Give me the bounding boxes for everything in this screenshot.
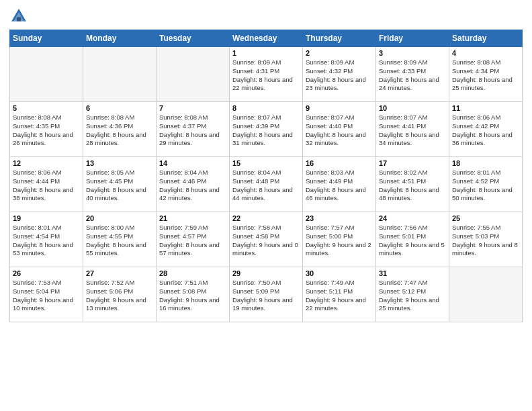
- day-cell: 16Sunrise: 8:03 AM Sunset: 4:49 PM Dayli…: [303, 157, 376, 212]
- day-cell: 2Sunrise: 8:09 AM Sunset: 4:32 PM Daylig…: [303, 47, 376, 102]
- day-info: Sunrise: 8:06 AM Sunset: 4:44 PM Dayligh…: [13, 169, 80, 203]
- day-cell: 30Sunrise: 7:49 AM Sunset: 5:11 PM Dayli…: [303, 267, 376, 322]
- day-number: 14: [159, 159, 226, 167]
- day-info: Sunrise: 8:04 AM Sunset: 4:48 PM Dayligh…: [232, 169, 300, 203]
- day-cell: 28Sunrise: 7:51 AM Sunset: 5:08 PM Dayli…: [157, 267, 230, 322]
- day-cell: 9Sunrise: 8:07 AM Sunset: 4:40 PM Daylig…: [303, 102, 376, 157]
- day-number: 22: [232, 214, 300, 222]
- day-cell: 13Sunrise: 8:05 AM Sunset: 4:45 PM Dayli…: [83, 157, 157, 212]
- weekday-header-monday: Monday: [83, 30, 157, 47]
- calendar: SundayMondayTuesdayWednesdayThursdayFrid…: [9, 30, 523, 322]
- day-info: Sunrise: 8:08 AM Sunset: 4:35 PM Dayligh…: [13, 113, 80, 148]
- day-number: 15: [232, 159, 300, 167]
- weekday-header-row: SundayMondayTuesdayWednesdayThursdayFrid…: [10, 30, 523, 47]
- day-number: 21: [159, 214, 226, 222]
- day-info: Sunrise: 8:01 AM Sunset: 4:52 PM Dayligh…: [452, 169, 519, 203]
- week-row-3: 12Sunrise: 8:06 AM Sunset: 4:44 PM Dayli…: [10, 157, 523, 212]
- day-info: Sunrise: 7:53 AM Sunset: 5:04 PM Dayligh…: [13, 279, 80, 313]
- day-info: Sunrise: 7:57 AM Sunset: 5:00 PM Dayligh…: [306, 224, 373, 258]
- day-cell: 15Sunrise: 8:04 AM Sunset: 4:48 PM Dayli…: [230, 157, 303, 212]
- day-info: Sunrise: 8:01 AM Sunset: 4:54 PM Dayligh…: [13, 224, 80, 258]
- day-info: Sunrise: 7:49 AM Sunset: 5:11 PM Dayligh…: [306, 279, 373, 313]
- day-cell: 8Sunrise: 8:07 AM Sunset: 4:39 PM Daylig…: [230, 102, 303, 157]
- day-number: 31: [379, 269, 446, 277]
- day-number: 4: [452, 49, 519, 57]
- day-number: 19: [13, 214, 80, 222]
- day-cell: [449, 267, 523, 322]
- day-cell: 7Sunrise: 8:08 AM Sunset: 4:37 PM Daylig…: [157, 102, 230, 157]
- day-info: Sunrise: 8:08 AM Sunset: 4:37 PM Dayligh…: [159, 113, 226, 148]
- day-info: Sunrise: 8:02 AM Sunset: 4:51 PM Dayligh…: [379, 169, 446, 203]
- day-number: 7: [159, 104, 226, 112]
- day-cell: [157, 47, 230, 102]
- day-cell: 3Sunrise: 8:09 AM Sunset: 4:33 PM Daylig…: [376, 47, 449, 102]
- day-info: Sunrise: 8:03 AM Sunset: 4:49 PM Dayligh…: [306, 169, 373, 203]
- day-cell: 29Sunrise: 7:50 AM Sunset: 5:09 PM Dayli…: [230, 267, 303, 322]
- day-info: Sunrise: 7:52 AM Sunset: 5:06 PM Dayligh…: [86, 279, 153, 313]
- day-number: 18: [452, 159, 519, 167]
- day-number: 28: [159, 269, 226, 277]
- day-number: 2: [306, 49, 373, 57]
- weekday-header-saturday: Saturday: [449, 30, 523, 47]
- day-cell: 23Sunrise: 7:57 AM Sunset: 5:00 PM Dayli…: [303, 212, 376, 267]
- day-number: 9: [306, 104, 373, 112]
- day-info: Sunrise: 8:08 AM Sunset: 4:36 PM Dayligh…: [86, 113, 153, 148]
- day-info: Sunrise: 7:50 AM Sunset: 5:09 PM Dayligh…: [232, 279, 300, 313]
- day-cell: 17Sunrise: 8:02 AM Sunset: 4:51 PM Dayli…: [376, 157, 449, 212]
- logo-icon: [9, 7, 28, 26]
- day-number: 25: [452, 214, 519, 222]
- day-number: 6: [86, 104, 153, 112]
- day-cell: 5Sunrise: 8:08 AM Sunset: 4:35 PM Daylig…: [10, 102, 83, 157]
- day-info: Sunrise: 8:09 AM Sunset: 4:32 PM Dayligh…: [306, 58, 373, 93]
- day-info: Sunrise: 8:07 AM Sunset: 4:40 PM Dayligh…: [306, 113, 373, 148]
- day-cell: [83, 47, 157, 102]
- day-number: 12: [13, 159, 80, 167]
- week-row-1: 1Sunrise: 8:09 AM Sunset: 4:31 PM Daylig…: [10, 47, 523, 102]
- day-cell: 22Sunrise: 7:58 AM Sunset: 4:58 PM Dayli…: [230, 212, 303, 267]
- day-info: Sunrise: 8:05 AM Sunset: 4:45 PM Dayligh…: [86, 169, 153, 203]
- day-info: Sunrise: 7:58 AM Sunset: 4:58 PM Dayligh…: [232, 224, 300, 258]
- weekday-header-wednesday: Wednesday: [230, 30, 303, 47]
- day-cell: 27Sunrise: 7:52 AM Sunset: 5:06 PM Dayli…: [83, 267, 157, 322]
- day-number: 27: [86, 269, 153, 277]
- weekday-header-thursday: Thursday: [303, 30, 376, 47]
- day-number: 16: [306, 159, 373, 167]
- day-number: 20: [86, 214, 153, 222]
- day-cell: 18Sunrise: 8:01 AM Sunset: 4:52 PM Dayli…: [449, 157, 523, 212]
- day-info: Sunrise: 8:09 AM Sunset: 4:31 PM Dayligh…: [232, 58, 300, 93]
- logo: [9, 7, 31, 26]
- week-row-2: 5Sunrise: 8:08 AM Sunset: 4:35 PM Daylig…: [10, 102, 523, 157]
- day-number: 5: [13, 104, 80, 112]
- svg-rect-2: [17, 17, 21, 21]
- day-info: Sunrise: 8:06 AM Sunset: 4:42 PM Dayligh…: [452, 113, 519, 148]
- week-row-4: 19Sunrise: 8:01 AM Sunset: 4:54 PM Dayli…: [10, 212, 523, 267]
- day-cell: 1Sunrise: 8:09 AM Sunset: 4:31 PM Daylig…: [230, 47, 303, 102]
- day-number: 30: [306, 269, 373, 277]
- day-number: 26: [13, 269, 80, 277]
- day-number: 11: [452, 104, 519, 112]
- day-number: 10: [379, 104, 446, 112]
- day-cell: 31Sunrise: 7:47 AM Sunset: 5:12 PM Dayli…: [376, 267, 449, 322]
- day-cell: 24Sunrise: 7:56 AM Sunset: 5:01 PM Dayli…: [376, 212, 449, 267]
- day-cell: 12Sunrise: 8:06 AM Sunset: 4:44 PM Dayli…: [10, 157, 83, 212]
- day-cell: 10Sunrise: 8:07 AM Sunset: 4:41 PM Dayli…: [376, 102, 449, 157]
- weekday-header-tuesday: Tuesday: [157, 30, 230, 47]
- day-info: Sunrise: 8:00 AM Sunset: 4:55 PM Dayligh…: [86, 224, 153, 258]
- day-cell: 4Sunrise: 8:08 AM Sunset: 4:34 PM Daylig…: [449, 47, 523, 102]
- weekday-header-friday: Friday: [376, 30, 449, 47]
- day-number: 1: [232, 49, 300, 57]
- day-cell: 19Sunrise: 8:01 AM Sunset: 4:54 PM Dayli…: [10, 212, 83, 267]
- day-info: Sunrise: 8:08 AM Sunset: 4:34 PM Dayligh…: [452, 58, 519, 93]
- day-cell: 26Sunrise: 7:53 AM Sunset: 5:04 PM Dayli…: [10, 267, 83, 322]
- week-row-5: 26Sunrise: 7:53 AM Sunset: 5:04 PM Dayli…: [10, 267, 523, 322]
- day-cell: 11Sunrise: 8:06 AM Sunset: 4:42 PM Dayli…: [449, 102, 523, 157]
- header: [9, 7, 523, 26]
- day-info: Sunrise: 8:07 AM Sunset: 4:41 PM Dayligh…: [379, 113, 446, 148]
- day-cell: 25Sunrise: 7:55 AM Sunset: 5:03 PM Dayli…: [449, 212, 523, 267]
- day-info: Sunrise: 7:51 AM Sunset: 5:08 PM Dayligh…: [159, 279, 226, 313]
- day-info: Sunrise: 7:55 AM Sunset: 5:03 PM Dayligh…: [452, 224, 519, 258]
- page: SundayMondayTuesdayWednesdayThursdayFrid…: [0, 0, 532, 411]
- day-info: Sunrise: 8:07 AM Sunset: 4:39 PM Dayligh…: [232, 113, 300, 148]
- day-info: Sunrise: 8:04 AM Sunset: 4:46 PM Dayligh…: [159, 169, 226, 203]
- day-cell: 14Sunrise: 8:04 AM Sunset: 4:46 PM Dayli…: [157, 157, 230, 212]
